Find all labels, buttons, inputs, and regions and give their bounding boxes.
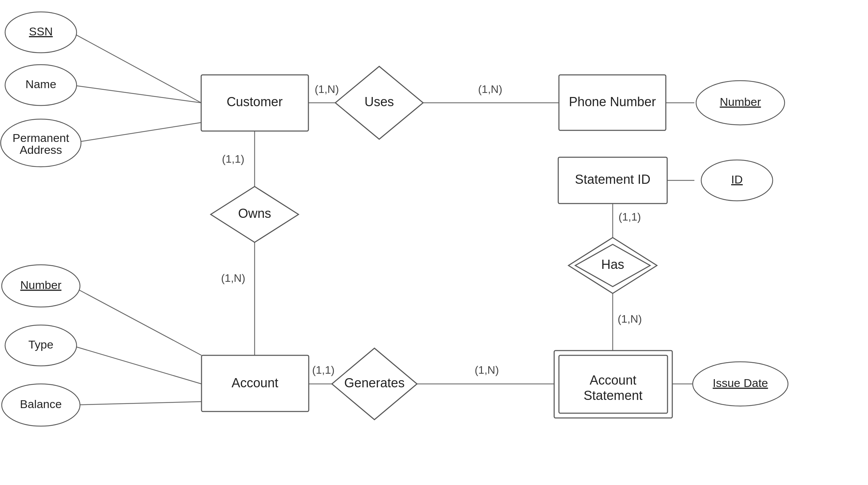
connector-name-customer xyxy=(71,85,201,103)
entity-phone-number-label: Phone Number xyxy=(569,95,656,109)
card-generates-stmt: (1,N) xyxy=(475,364,499,376)
card-account-generates: (1,1) xyxy=(312,364,335,376)
card-has-stmt: (1,N) xyxy=(617,313,642,325)
attr-perm-address-label2: Address xyxy=(20,143,62,156)
relationship-has-label: Has xyxy=(601,257,624,272)
relationship-uses-label: Uses xyxy=(365,95,394,109)
relationship-generates-label: Generates xyxy=(344,376,404,390)
entity-account-statement-label2: Statement xyxy=(583,388,643,403)
attr-acct-balance-label: Balance xyxy=(20,398,62,410)
entity-customer-label: Customer xyxy=(227,95,283,109)
attr-perm-address-label: Permanent xyxy=(13,131,69,144)
attr-acct-number-label: Number xyxy=(20,278,62,291)
attr-ssn-label: SSN xyxy=(29,25,53,38)
attr-stmt-id-label: ID xyxy=(731,173,743,186)
entity-account-label: Account xyxy=(231,376,278,390)
relationship-owns-label: Owns xyxy=(238,206,271,221)
connector-balance-account xyxy=(71,402,202,405)
er-diagram: Uses Owns Generates Has Customer Phone N… xyxy=(0,0,868,485)
attr-phone-number-label: Number xyxy=(720,95,761,108)
connector-ssn-customer xyxy=(71,32,201,103)
card-stmtid-has: (1,1) xyxy=(618,211,641,223)
connector-type-account xyxy=(71,345,202,384)
attr-issue-date-label: Issue Date xyxy=(713,376,768,389)
entity-account-statement-label: Account xyxy=(590,373,637,387)
attr-name-label: Name xyxy=(26,78,57,91)
card-uses-phone: (1,N) xyxy=(478,83,502,95)
card-customer-owns: (1,1) xyxy=(222,153,244,165)
connector-number-account xyxy=(71,286,202,355)
card-owns-account: (1,N) xyxy=(221,272,245,284)
connector-addr-customer xyxy=(71,123,201,143)
card-customer-uses: (1,N) xyxy=(315,83,339,95)
attr-acct-type-label: Type xyxy=(28,338,53,351)
entity-statement-id-label: Statement ID xyxy=(575,172,650,187)
